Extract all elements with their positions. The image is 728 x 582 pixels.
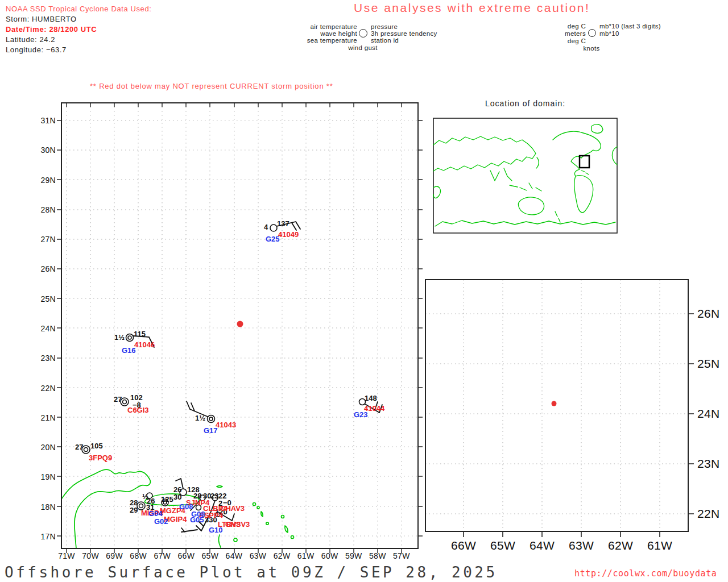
main-map-lon-axis: 71W 70W 69W 68W 67W 66W 65W 64W 63W 62W …	[55, 551, 413, 560]
legend-pressure-tendency: 3h pressure tendency	[371, 30, 437, 37]
coastline-hispaniola	[61, 469, 294, 548]
sub-lon-tick-label: 61W	[640, 539, 679, 552]
storm-position-warning: ** Red dot below may NOT represent CURRE…	[90, 82, 333, 90]
lat-tick-label: 21N	[32, 413, 56, 422]
lon-tick-label: 63W	[246, 551, 270, 560]
lon-tick-label: 67W	[150, 551, 174, 560]
header-latitude: Latitude: 24.2	[6, 35, 55, 45]
sub-lon-tick-label: 62W	[601, 539, 640, 552]
lat-tick-label: 24N	[32, 324, 56, 333]
header-datetime: Date/Time: 28/1200 UTC	[6, 24, 97, 35]
legend-wave-height: wave height	[283, 30, 357, 37]
lon-tick-label: 71W	[55, 551, 78, 560]
header-storm-name: Storm: HUMBERTO	[6, 14, 77, 24]
header-longitude: Longitude: −63.7	[6, 45, 67, 55]
legend-station-id: station id	[371, 37, 399, 44]
lon-tick-label: 62W	[270, 551, 294, 560]
lat-tick-label: 29N	[32, 176, 56, 185]
legend-unit-knots: knots	[572, 45, 611, 52]
station-circle-icon	[359, 29, 367, 38]
lat-tick-label: 27N	[32, 235, 56, 244]
main-map-lat-axis: 31N 30N 29N 28N 27N 26N 25N 24N 23N 22N …	[32, 116, 56, 541]
lat-tick-label: 18N	[32, 502, 56, 512]
sub-lat-tick-label: 26N	[697, 307, 727, 320]
lat-tick-label: 19N	[32, 472, 56, 481]
inset-map-title: Location of domain:	[433, 99, 617, 108]
lat-tick-label: 28N	[32, 205, 56, 214]
legend-sea-temperature: sea temperature	[283, 37, 357, 44]
lon-tick-label: 61W	[294, 551, 318, 560]
legend-air-temperature: air temperature	[283, 23, 357, 30]
coastline-small-islands	[217, 486, 288, 548]
lon-tick-label: 66W	[174, 551, 198, 560]
legend-unit-meters: meters	[540, 30, 586, 37]
sub-lat-tick-label: 24N	[697, 408, 727, 420]
legend-unit-mb10: mb*10	[599, 30, 619, 37]
inset-world-map	[433, 118, 617, 233]
legend-wind-gust: wind gust	[334, 44, 391, 51]
coastline-puerto-rico	[145, 494, 199, 505]
storm-position-dot-submap	[552, 401, 557, 406]
legend-unit-degc-sea: deg C	[540, 38, 586, 44]
submap-lon-axis: 66W 65W 64W 63W 62W 61W	[444, 539, 679, 552]
caution-title: Use analyses with extreme caution!	[354, 1, 590, 15]
lon-tick-label: 57W	[390, 551, 413, 560]
storm-position-dot-main	[237, 321, 243, 327]
lat-tick-label: 26N	[32, 264, 56, 273]
sub-lon-tick-label: 65W	[483, 539, 522, 552]
header-noaa-line: NOAA SSD Tropical Cyclone Data Used:	[6, 4, 151, 14]
station-circle-icon	[588, 29, 596, 37]
legend-pressure: pressure	[371, 23, 398, 30]
lat-tick-label: 23N	[32, 354, 56, 363]
submap-border	[425, 280, 694, 537]
wind-barbs	[133, 222, 382, 532]
submap-gridlines	[425, 280, 688, 531]
lat-tick-label: 25N	[32, 294, 56, 304]
lon-tick-label: 58W	[366, 551, 390, 560]
lat-tick-label: 31N	[32, 116, 56, 125]
offshore-surface-plot-page: NOAA SSD Tropical Cyclone Data Used: Sto…	[0, 0, 728, 582]
sub-lon-tick-label: 63W	[562, 539, 601, 552]
lon-tick-label: 70W	[78, 551, 102, 560]
lat-tick-label: 30N	[32, 146, 56, 155]
legend-unit-degc-air: deg C	[540, 23, 586, 30]
sub-lon-tick-label: 66W	[444, 539, 483, 552]
plot-title: Offshore Surface Plot at 09Z / SEP 28, 2…	[5, 564, 498, 581]
sub-lon-tick-label: 64W	[523, 539, 561, 552]
lat-tick-label: 20N	[32, 443, 56, 452]
lon-tick-label: 64W	[222, 551, 246, 560]
sub-lat-tick-label: 25N	[697, 357, 727, 370]
sub-lat-tick-label: 23N	[697, 458, 727, 470]
lon-tick-label: 59W	[342, 551, 366, 560]
source-url: http://coolwx.com/buoydata	[574, 568, 717, 579]
lat-tick-label: 22N	[32, 384, 56, 393]
submap-lat-axis: 26N 25N 24N 23N 22N	[697, 307, 727, 520]
lon-tick-label: 68W	[126, 551, 150, 560]
lon-tick-label: 65W	[198, 551, 222, 560]
lon-tick-label: 69W	[102, 551, 126, 560]
main-map-border	[57, 103, 423, 553]
legend-unit-mb10-last3: mb*10 (last 3 digits)	[599, 23, 661, 30]
lon-tick-label: 60W	[318, 551, 342, 560]
sub-lat-tick-label: 22N	[697, 508, 727, 520]
lat-tick-label: 17N	[32, 532, 56, 541]
station-circles	[82, 225, 366, 517]
